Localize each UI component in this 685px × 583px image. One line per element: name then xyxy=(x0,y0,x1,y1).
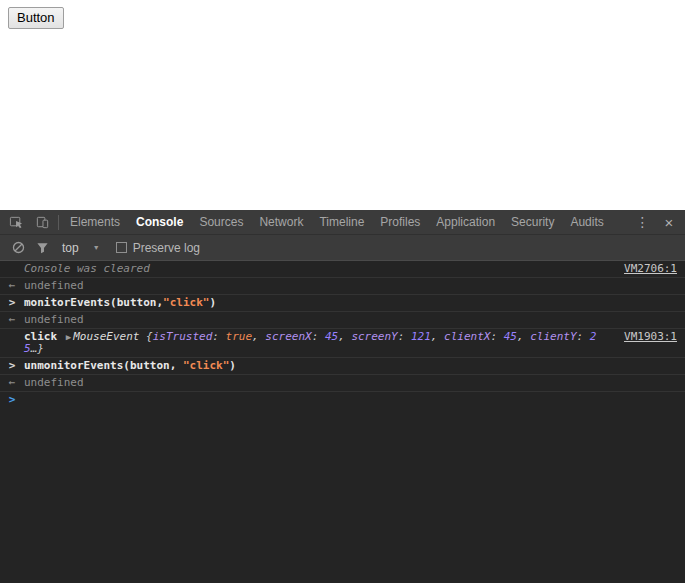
tabs: ElementsConsoleSourcesNetworkTimelinePro… xyxy=(62,210,612,234)
tab-bar-divider xyxy=(58,215,59,230)
console-row-text: undefined xyxy=(24,280,677,292)
token-code: ) xyxy=(209,296,216,309)
token-prop: screenX xyxy=(265,330,311,343)
preserve-log-label: Preserve log xyxy=(133,241,200,255)
token-preview: : xyxy=(490,330,503,343)
tab-timeline[interactable]: Timeline xyxy=(311,210,372,234)
token-preview: , xyxy=(338,330,351,343)
console-row-result: ←undefined xyxy=(0,312,685,329)
token-code: unmonitorEvents(button, xyxy=(24,359,183,372)
token-prop: clientY xyxy=(530,330,576,343)
token-prop: isTrusted xyxy=(153,330,213,343)
inspect-element-icon[interactable] xyxy=(3,210,29,234)
context-label: top xyxy=(62,241,79,255)
tab-bar-right: ⋮ × xyxy=(630,210,682,234)
filter-icon[interactable] xyxy=(30,235,54,260)
devtools-close-icon[interactable]: × xyxy=(656,210,682,234)
console-row-text: Console was cleared xyxy=(24,263,614,275)
token-prop: screenY xyxy=(351,330,397,343)
console-row-text: unmonitorEvents(button, "click") xyxy=(24,360,677,372)
browser-page: Button xyxy=(0,0,685,210)
result-arrow-icon: ← xyxy=(0,280,24,292)
console-toolbar: top ▼ Preserve log xyxy=(0,235,685,261)
devtools-tab-bar: ElementsConsoleSourcesNetworkTimelinePro… xyxy=(0,210,685,235)
token-preview: , xyxy=(431,330,444,343)
console-rows: Console was clearedVM2706:1←undefined>mo… xyxy=(0,261,685,409)
console-row-text: monitorEvents(button,"click") xyxy=(24,297,677,309)
token-string: "click" xyxy=(183,359,229,372)
token-preview: , xyxy=(252,330,265,343)
devtools-panel: ElementsConsoleSourcesNetworkTimelinePro… xyxy=(0,210,685,583)
tab-profiles[interactable]: Profiles xyxy=(372,210,428,234)
tab-security[interactable]: Security xyxy=(503,210,562,234)
token-code: ) xyxy=(229,359,236,372)
token-code: monitorEvents(button, xyxy=(24,296,163,309)
console-row-command: >unmonitorEvents(button, "click") xyxy=(0,358,685,375)
console-row-text: click ▶MouseEvent {isTrusted: true, scre… xyxy=(24,331,614,355)
result-arrow-icon: ← xyxy=(0,314,24,326)
clear-console-icon[interactable] xyxy=(6,235,30,260)
token-preview: : xyxy=(312,330,325,343)
console-row-result: ←undefined xyxy=(0,375,685,392)
console-row-log: click ▶MouseEvent {isTrusted: true, scre… xyxy=(0,329,685,358)
token-objname: MouseEvent xyxy=(73,330,146,343)
expand-triangle-icon[interactable]: ▶ xyxy=(64,332,73,342)
devtools-menu-icon[interactable]: ⋮ xyxy=(630,210,656,234)
command-chevron-icon: > xyxy=(0,297,24,309)
token-preview: …} xyxy=(31,342,44,355)
tab-audits[interactable]: Audits xyxy=(562,210,611,234)
token-preview: : xyxy=(398,330,411,343)
tab-application[interactable]: Application xyxy=(428,210,503,234)
token-preview: , xyxy=(517,330,530,343)
token-preview: : xyxy=(212,330,225,343)
token-prop: clientX xyxy=(444,330,490,343)
device-toolbar-icon[interactable] xyxy=(29,210,55,234)
tab-network[interactable]: Network xyxy=(251,210,311,234)
chevron-down-icon: ▼ xyxy=(93,244,100,251)
console-row-text: undefined xyxy=(24,314,677,326)
console-row-result: ←undefined xyxy=(0,278,685,295)
console-row-prompt[interactable]: > xyxy=(0,392,685,409)
execution-context-selector[interactable]: top ▼ xyxy=(62,241,100,255)
token-num: 45 xyxy=(325,330,338,343)
token-preview: { xyxy=(146,330,153,343)
console-row-command: >monitorEvents(button,"click") xyxy=(0,295,685,312)
source-link[interactable]: VM2706:1 xyxy=(614,263,677,275)
token-num: 121 xyxy=(411,330,431,343)
tab-elements[interactable]: Elements xyxy=(62,210,128,234)
command-chevron-icon: > xyxy=(0,360,24,372)
source-link[interactable]: VM1903:1 xyxy=(614,331,677,343)
tab-console[interactable]: Console xyxy=(128,210,191,234)
tab-sources[interactable]: Sources xyxy=(191,210,251,234)
prompt-chevron-icon: > xyxy=(0,394,24,406)
console-row-info: Console was clearedVM2706:1 xyxy=(0,261,685,278)
token-num: 45 xyxy=(504,330,517,343)
result-arrow-icon: ← xyxy=(0,377,24,389)
preserve-log-checkbox[interactable] xyxy=(116,242,127,253)
demo-button[interactable]: Button xyxy=(8,7,64,29)
token-string: "click" xyxy=(163,296,209,309)
token-preview: : xyxy=(577,330,590,343)
token-bool: true xyxy=(226,330,253,343)
console-row-text: undefined xyxy=(24,377,677,389)
